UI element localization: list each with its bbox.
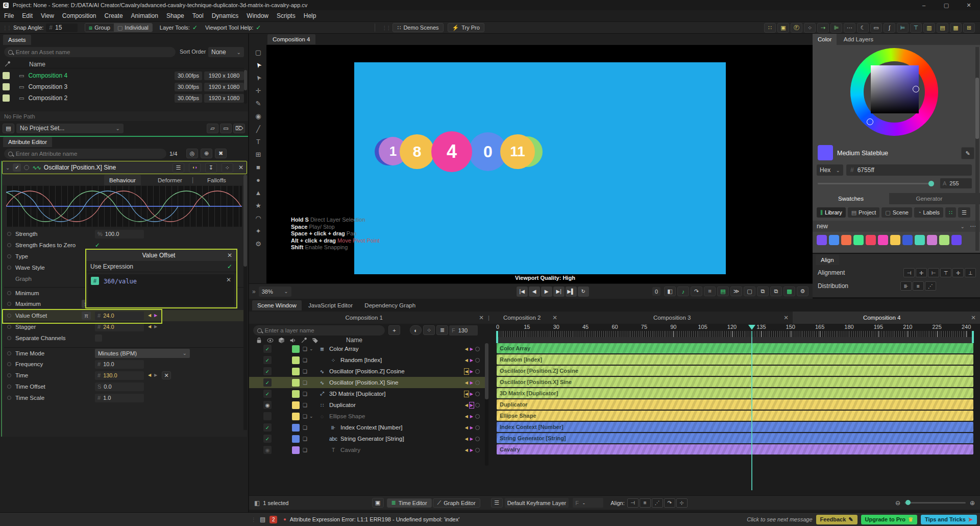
timeline-layer-bar[interactable]: 3D Matrix [Duplicator] [497, 388, 973, 398]
asset-color-swatch[interactable] [3, 72, 10, 79]
layer-color-swatch[interactable] [292, 345, 300, 353]
attr-scrollbar[interactable] [243, 175, 247, 430]
close-icon[interactable]: ✕ [783, 314, 789, 321]
labels-button[interactable]: ◔Labels [914, 207, 943, 218]
toolbar-icon-button[interactable]: ▤ [937, 23, 948, 33]
use-expression-checkbox[interactable]: ✓ [227, 263, 232, 270]
viewport-option-button[interactable]: ▢ [744, 286, 755, 296]
toolbar-icon-button[interactable]: ⁘ [804, 23, 816, 33]
time-scale-field[interactable]: #1.0 [95, 394, 144, 402]
align-keys-center-icon[interactable]: ≡ [640, 498, 651, 508]
ease-hook-icon[interactable]: ↷ [664, 498, 675, 508]
toolbar-icon-button[interactable]: ⊫ [830, 23, 842, 33]
close-icon[interactable]: ✕ [479, 314, 484, 321]
toolbar-icon-button[interactable]: ⊞ [963, 23, 975, 33]
menu-item[interactable]: Help [300, 12, 321, 19]
layer-toggle[interactable]: ✓ [263, 378, 272, 387]
viewport-option-button[interactable]: ⌗ [704, 286, 716, 296]
keyframe-frame-field[interactable]: F- [573, 498, 603, 508]
distribute-button[interactable]: ≡ [913, 281, 924, 291]
timeline-layer-bar[interactable]: Ellipse Shape [497, 411, 973, 421]
tab-scene-window[interactable]: Scene Window [252, 300, 302, 310]
playback-button[interactable]: ▶ [541, 286, 552, 297]
scatter-filter-icon[interactable]: ⁘ [423, 325, 435, 335]
distribute-button[interactable]: ⋰ [925, 281, 936, 291]
layer-name[interactable]: Duplicator [329, 402, 356, 408]
node-header[interactable]: ⌄ ✓ ∿∿ Oscillator [Position.X] Sine ☰ ◖◗… [2, 161, 247, 174]
keyframe-right-icon[interactable]: ▶ [470, 448, 473, 452]
align-button[interactable]: ✛ [916, 268, 927, 277]
align-button[interactable]: ⊣ [903, 268, 915, 277]
expand-panel-icon[interactable]: » [252, 288, 256, 295]
add-layer-button[interactable]: + [388, 325, 400, 335]
group-button[interactable]: ⧈ Group [85, 23, 114, 32]
layer-toggle[interactable]: ✓ [263, 390, 272, 398]
keyframe-right-icon[interactable]: ▶ [470, 437, 473, 441]
clear-expression-icon[interactable]: ✕ [226, 276, 231, 283]
timeline-layer-bar[interactable]: Oscillator [Position.Z] Cosine [497, 366, 973, 376]
alpha-slider[interactable] [818, 183, 932, 184]
comp-tab-1[interactable]: Composition 1 ✕ | [249, 312, 492, 324]
range-start-cap[interactable] [496, 331, 498, 343]
keyframe-stack-icon[interactable]: ☰ [491, 498, 503, 508]
layer-color-swatch[interactable] [292, 379, 300, 387]
layer-state-circle[interactable] [475, 358, 480, 363]
layer-row[interactable]: ✓ ❏ ⊪ Index Context [Number] ◀ ▶ [249, 422, 485, 433]
playhead-marker[interactable] [748, 325, 755, 330]
maximize-button[interactable]: ▢ [935, 0, 958, 10]
layer-row[interactable]: ✓ ❏ ⤢ 3D Matrix [Duplicator] ◀ ▶ [249, 388, 485, 399]
layer-state-circle[interactable] [475, 414, 480, 419]
time-offset-field[interactable]: S0.0 [95, 382, 144, 391]
collapse-chevron-icon[interactable]: ⌄ [6, 165, 10, 171]
layer-row[interactable]: ✓ ❏ ⁘ Random [Index] ◀ ▶ [249, 354, 485, 366]
viewport-tool-button[interactable]: ╱ [253, 123, 264, 135]
layer-name[interactable]: Random [Index] [340, 357, 382, 363]
layer-tag-icon[interactable]: ❏ [303, 447, 307, 453]
layer-toggle[interactable] [263, 412, 272, 420]
scatter-options-icon[interactable]: ⁘ [222, 163, 233, 173]
timeline-zoom-slider[interactable] [904, 502, 966, 504]
layer-color-swatch[interactable] [292, 435, 300, 443]
viewport-tool-button[interactable]: ◠ [253, 212, 264, 225]
viewport-option-button[interactable]: ↷ [691, 286, 702, 296]
layer-state-circle[interactable] [475, 425, 480, 430]
viewport-tool-button[interactable]: ✎ [253, 97, 264, 110]
align-keys-right-icon[interactable]: ⋰ [652, 498, 663, 508]
toolbar-icon-button[interactable]: ▣ [777, 23, 789, 33]
remove-connection-icon[interactable]: ✕ [162, 371, 171, 379]
close-button[interactable]: ✕ [958, 0, 980, 10]
viewport-option-button[interactable]: ⚙ [797, 286, 808, 296]
layer-state-circle[interactable] [475, 403, 480, 408]
layer-search[interactable] [253, 325, 385, 336]
grid-view-button[interactable]: ∷ [945, 207, 956, 218]
filter-settings-icon[interactable]: ≣ [436, 325, 448, 335]
playhead-line[interactable] [751, 331, 752, 490]
color-swatch[interactable] [939, 235, 949, 245]
layer-tools-checkbox[interactable]: ✓ [192, 24, 198, 31]
color-swatch[interactable] [841, 235, 851, 245]
chevron-down-icon[interactable]: ⌄ [961, 224, 965, 229]
layer-color-swatch[interactable] [292, 446, 300, 454]
strength-field[interactable]: %100.0 [95, 230, 144, 238]
next-message-link[interactable]: Click to see next message [747, 516, 812, 522]
timeline-layer-bar[interactable]: Color Array [497, 343, 973, 353]
viewport-tool-button[interactable]: ✦ [253, 225, 264, 237]
layer-name[interactable]: Oscillator [Position.X] Sine [329, 379, 399, 386]
minimize-button[interactable]: – [913, 0, 935, 10]
graph-editor-button[interactable]: ⟋ Graph Editor [433, 498, 480, 508]
tab-assets[interactable]: Assets [3, 35, 31, 45]
project-set-icon[interactable]: ▤ [3, 124, 14, 133]
layer-toggle[interactable]: ✓ [263, 367, 272, 375]
layer-tag-icon[interactable]: ❏ [303, 369, 307, 374]
close-icon[interactable]: ✕ [552, 314, 557, 321]
layer-state-circle[interactable] [475, 369, 480, 374]
upgrade-to-pro-button[interactable]: Upgrade to Pro♛ [861, 515, 917, 524]
layer-tag-icon[interactable]: ❏ [303, 380, 307, 386]
project-set-select[interactable]: No Project Set...⌄ [16, 124, 124, 133]
layer-color-swatch[interactable] [292, 401, 300, 409]
viewport-tool-button[interactable]: ⚙ [253, 237, 264, 250]
new-folder-icon[interactable]: ▱ [207, 124, 218, 133]
toolbar-icon-button[interactable]: ▭ [870, 23, 882, 33]
keyframe-right-icon[interactable]: ▶ [470, 414, 473, 419]
color-scrollbar[interactable] [975, 47, 979, 251]
